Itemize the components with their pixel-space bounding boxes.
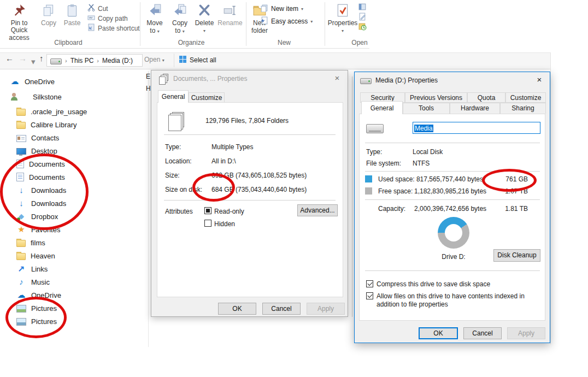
onedrive-cloud-icon: ☁ xyxy=(10,77,20,86)
move-to-button[interactable]: Move to ▾ xyxy=(143,3,166,35)
forward-button[interactable]: → xyxy=(19,54,27,63)
used-space-bytes: 817,565,757,440 bytes xyxy=(414,175,483,183)
sidebar-item-dropbox[interactable]: ◆ Dropbox xyxy=(0,210,146,223)
documents-properties-dialog: Documents, ... Properties × General Cust… xyxy=(151,70,348,317)
tab-customize[interactable]: Customize xyxy=(505,92,546,103)
select-all-icon xyxy=(179,56,186,64)
tab-sharing[interactable]: Sharing xyxy=(500,103,546,114)
sidebar-item-onedrive-2[interactable]: ☁ OneDrive xyxy=(0,288,146,302)
open-menu-button[interactable]: Open ▾ xyxy=(144,56,164,63)
rename-button[interactable]: Rename xyxy=(217,3,243,27)
size-value: 692 GB (743,605,108,525 bytes) xyxy=(211,172,307,179)
tab-customize[interactable]: Customize xyxy=(189,92,225,102)
sidebar-item-documents-1[interactable]: Documents xyxy=(0,157,146,170)
apply-button[interactable]: Apply xyxy=(507,327,545,339)
sidebar-item-films[interactable]: films xyxy=(0,236,146,249)
sidebar-item-music[interactable]: ♪ Music xyxy=(0,275,146,288)
hidden-checkbox[interactable] xyxy=(204,220,211,227)
close-icon[interactable]: × xyxy=(533,75,545,84)
document-icon xyxy=(16,173,24,181)
capacity-size: 1.81 TB xyxy=(491,205,528,213)
tab-tools[interactable]: Tools xyxy=(403,103,450,114)
history-button[interactable] xyxy=(358,22,367,32)
location-label: Location: xyxy=(165,157,192,165)
select-all-button[interactable]: Select all xyxy=(179,56,216,64)
sidebar-item-downloads-2[interactable]: ↓ Downloads xyxy=(0,197,146,210)
paste-button[interactable]: Paste xyxy=(61,3,83,27)
attributes-label: Attributes xyxy=(165,208,193,215)
tab-hardware[interactable]: Hardware xyxy=(450,103,500,114)
apply-button[interactable]: Apply xyxy=(307,303,345,315)
breadcrumb-this-pc[interactable]: This PC xyxy=(70,57,94,64)
sidebar-item-links[interactable]: ↗ Links xyxy=(0,262,146,275)
sidebar-item-pictures-2[interactable]: Pictures xyxy=(0,315,146,328)
ok-button[interactable]: OK xyxy=(218,303,256,315)
sidebar-item-downloads-1[interactable]: ↓ Downloads xyxy=(0,184,146,197)
properties-button[interactable]: Properties ▾ xyxy=(328,3,357,34)
edit-file-button[interactable] xyxy=(358,13,367,22)
cut-button[interactable]: Cut xyxy=(87,4,108,13)
scrollbar-track[interactable] xyxy=(352,76,352,317)
cancel-button[interactable]: Cancel xyxy=(463,327,502,339)
tab-general[interactable]: General xyxy=(158,90,189,103)
move-to-icon xyxy=(148,3,162,19)
file-system-value: NTFS xyxy=(413,160,430,167)
index-checkbox[interactable] xyxy=(366,292,373,299)
new-item-button[interactable]: New item ▾ xyxy=(260,4,303,14)
sidebar-item-user[interactable]: Silkstone xyxy=(0,89,146,105)
sidebar-item-desktop[interactable]: Desktop xyxy=(0,144,146,157)
used-space-size: 761 GB xyxy=(491,175,528,183)
delete-button[interactable]: Delete ▾ xyxy=(192,3,216,34)
volume-label-input[interactable]: Media xyxy=(413,122,540,134)
breadcrumb-drive[interactable]: Media (D:) xyxy=(102,57,133,64)
ok-button[interactable]: OK xyxy=(419,327,458,339)
used-space-label: Used space: xyxy=(378,175,415,183)
easy-access-button[interactable]: Easy access ▾ xyxy=(260,16,313,26)
cancel-button[interactable]: Cancel xyxy=(262,303,301,315)
open-group-label: Open xyxy=(343,39,376,46)
sidebar-item-onedrive[interactable]: ☁ OneDrive xyxy=(0,74,146,89)
back-button[interactable]: ← xyxy=(5,54,14,63)
explorer-window: Pin to Quick access Copy Paste Cut Copy … xyxy=(0,0,588,377)
tab-general[interactable]: General xyxy=(361,101,403,114)
sidebar-item-calibre-library[interactable]: Calibre Library xyxy=(0,118,146,131)
compress-checkbox[interactable] xyxy=(366,280,373,287)
size-on-disk-value: 684 GB (735,043,440,640 bytes) xyxy=(211,186,307,193)
sidebar-item-heaven[interactable]: Heaven xyxy=(0,249,146,262)
disk-cleanup-button[interactable]: Disk Cleanup xyxy=(493,249,540,262)
folder-icon xyxy=(16,240,26,247)
ribbon-separator xyxy=(246,2,246,46)
new-item-icon xyxy=(260,4,268,14)
clipboard-group-label: Clipboard xyxy=(46,39,90,46)
free-space-swatch xyxy=(365,187,372,195)
readonly-checkbox[interactable] xyxy=(204,207,211,214)
separator xyxy=(164,200,336,201)
copy-button[interactable]: Copy xyxy=(38,3,59,27)
tab-previous-versions[interactable]: Previous Versions xyxy=(405,92,467,103)
close-icon[interactable]: × xyxy=(331,73,343,83)
sidebar-item-favorites[interactable]: ★ Favorites xyxy=(0,223,146,236)
volume-label-selected-text: Media xyxy=(414,125,433,132)
sidebar-item-oracle-jre-usage[interactable]: .oracle_jre_usage xyxy=(0,105,146,118)
star-icon: ★ xyxy=(16,225,26,234)
download-arrow-icon: ↓ xyxy=(16,199,26,208)
tab-quota[interactable]: Quota xyxy=(467,92,505,103)
up-button[interactable]: ↑ xyxy=(39,54,44,63)
music-note-icon: ♪ xyxy=(16,278,26,286)
pane-divider xyxy=(148,71,149,347)
paste-shortcut-button[interactable]: Paste shortcut xyxy=(87,23,140,33)
dropdown-caret: ▾ xyxy=(310,19,313,24)
ribbon: Pin to Quick access Copy Paste Cut Copy … xyxy=(0,0,588,49)
sidebar-item-contacts[interactable]: Contacts xyxy=(0,131,146,144)
picture-icon xyxy=(16,318,26,326)
recent-locations-caret[interactable]: ▾ xyxy=(31,57,36,67)
pin-to-quick-access-button[interactable]: Pin to Quick access xyxy=(3,3,35,42)
separator xyxy=(365,171,540,172)
advanced-button[interactable]: Advanced... xyxy=(297,204,338,216)
open-file-button[interactable] xyxy=(358,3,367,13)
sidebar-item-documents-2[interactable]: Documents xyxy=(0,170,146,184)
file-name-fragment: E xyxy=(146,73,151,80)
copy-to-button[interactable]: Copy to ▾ xyxy=(168,3,191,35)
copy-path-button[interactable]: Copy path xyxy=(87,14,128,23)
sidebar-item-pictures-1[interactable]: Pictures xyxy=(0,302,146,315)
